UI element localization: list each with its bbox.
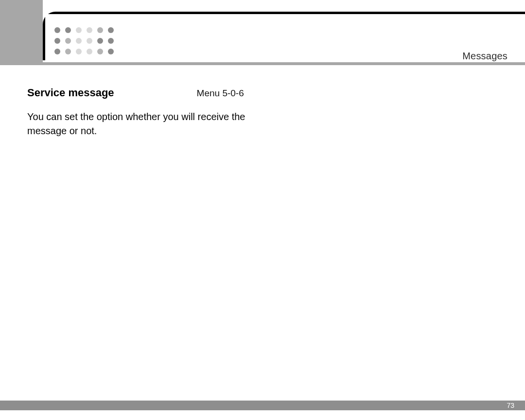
dot-icon <box>87 27 92 33</box>
left-grey-block <box>0 0 43 62</box>
content-block: Service message Menu 5-0-6 You can set t… <box>27 87 272 138</box>
dot-icon <box>76 38 82 44</box>
dot-icon <box>108 49 114 54</box>
content-body: You can set the option whether you will … <box>27 110 272 138</box>
dot-icon <box>65 49 71 54</box>
dot-icon <box>97 38 103 44</box>
manual-page: { "header": { "section": "Messages" }, "… <box>0 0 525 420</box>
dot-icon <box>87 49 92 54</box>
dot-icon <box>108 38 114 44</box>
dot-icon <box>108 27 114 33</box>
page-number: 73 <box>507 402 514 409</box>
dot-icon <box>65 27 71 33</box>
dot-grid-icon <box>54 27 117 57</box>
dot-icon <box>76 49 82 54</box>
dot-icon <box>54 27 60 33</box>
content-title: Service message <box>27 87 114 99</box>
dot-icon <box>87 38 92 44</box>
dot-icon <box>65 38 71 44</box>
dot-icon <box>54 49 60 54</box>
dot-icon <box>97 27 103 33</box>
dot-icon <box>97 49 103 54</box>
header-rule <box>0 62 525 65</box>
dot-icon <box>54 38 60 44</box>
footer-bar <box>0 401 525 410</box>
section-label: Messages <box>462 51 508 62</box>
menu-path: Menu 5-0-6 <box>197 88 244 99</box>
dot-icon <box>76 27 82 33</box>
